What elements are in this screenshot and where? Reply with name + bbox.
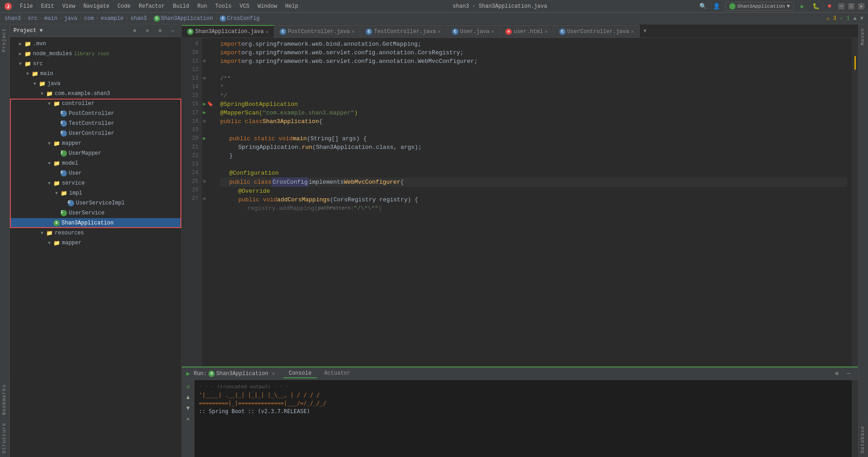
tab-user-controller[interactable]: C UserController.java ✕ [554,25,640,38]
run-tab-actuator[interactable]: Actuator [319,369,356,378]
tab-post-controller[interactable]: C PostController.java ✕ [274,25,360,38]
sidebar-label-maven[interactable]: Maven [859,24,868,49]
run-restart-icon[interactable]: ↺ [184,382,193,391]
tree-item-src[interactable]: ▼ 📁 src [10,59,181,69]
sidebar-label-project[interactable]: Project [0,24,9,56]
tree-item-model[interactable]: ▼ 📁 model [10,158,181,168]
tree-item-user-service-impl[interactable]: ▶ C UserServiceImpl [10,198,181,208]
stop-button[interactable]: ■ [825,1,835,11]
menu-code[interactable]: Code [114,2,134,10]
menu-vcs[interactable]: VCS [236,2,253,10]
tab-close-user[interactable]: ✕ [491,29,495,34]
menu-file[interactable]: File [16,2,37,10]
bookmark-16[interactable]: 🔖 [207,100,213,109]
sidebar-label-database[interactable]: Database [859,422,868,457]
folder-icon-model: 📁 [53,160,60,167]
options-icon[interactable]: ⚙ [155,26,165,36]
menu-navigate[interactable]: Navigate [80,2,113,10]
ok-count[interactable]: ✓ 1 [840,15,850,22]
tree-item-java[interactable]: ▼ 📁 java [10,79,181,89]
tab-close-test[interactable]: ✕ [438,29,441,34]
breadcrumb-shan3-2[interactable]: shan3 [131,15,147,22]
tree-item-controller[interactable]: ▼ 📁 controller [10,99,181,109]
menu-tools[interactable]: Tools [212,2,235,10]
tree-item-post-controller[interactable]: ▶ C PostController [10,109,181,119]
code-editor-text[interactable]: import org.springframework.web.bind.anno… [216,38,852,367]
tab-close-post[interactable]: ✕ [352,29,355,34]
tab-user-html[interactable]: H user.html ✕ [500,25,553,38]
breadcrumb-shan3[interactable]: shan3 [5,15,21,22]
tree-item-service[interactable]: ▼ 📁 service [10,178,181,188]
debug-button[interactable]: 🐛 [811,1,821,11]
tab-shan3application[interactable]: S Shan3Application.java ✕ [182,25,274,38]
run-scroll-down-icon[interactable]: ▼ [184,404,193,413]
tree-item-impl[interactable]: ▼ 📁 impl [10,188,181,198]
tab-user[interactable]: C User.java ✕ [447,25,500,38]
run-button[interactable]: ▶ [797,1,807,11]
run-panel-close-btn[interactable]: ✕ [272,370,275,377]
tab-close-user-ctrl[interactable]: ✕ [631,29,634,34]
run-config-selector[interactable]: Shan3Application ▼ [725,2,794,11]
maximize-button[interactable]: □ [848,3,854,10]
fold-line-18[interactable]: ⊖ [203,117,206,126]
run-tab-console[interactable]: Console [283,369,317,378]
tree-item-user-controller[interactable]: ▶ C UserController [10,129,181,138]
run-console-content[interactable]: · · · (truncated output) · · · '|____| .… [194,380,852,457]
run-more-icon[interactable]: » [184,414,193,424]
run-line-20[interactable]: ▶ [203,134,206,143]
close-button[interactable]: ✕ [858,3,864,10]
tab-test-controller[interactable]: C TestController.java ✕ [360,25,446,38]
breadcrumb-main[interactable]: main [44,15,57,22]
breadcrumb-src[interactable]: src [28,15,38,22]
more-tabs-button[interactable]: ▼ [640,28,650,34]
tree-item-com-example[interactable]: ▼ 📁 com.example.shan3 [10,89,181,99]
run-line-16[interactable]: ▶ [203,100,206,109]
menu-view[interactable]: View [59,2,79,10]
scroll-from-source-icon[interactable]: ⊕ [130,26,140,36]
warning-count[interactable]: ⚠ 3 [826,15,836,22]
breadcrumb-example[interactable]: example [101,15,123,22]
run-line-17[interactable]: ▶ [203,109,206,117]
tree-item-mvn[interactable]: ▶ 📁 .mvn [10,39,181,49]
search-icon[interactable]: 🔍 [698,1,708,11]
tree-item-user-mapper[interactable]: ▶ I UserMapper [10,148,181,158]
breadcrumb-java[interactable]: java [64,15,77,22]
tree-item-test-controller[interactable]: ▶ C TestController [10,119,181,129]
fold-line-13[interactable]: ⊖ [203,74,206,83]
profile-icon[interactable]: 👤 [712,1,722,11]
sidebar-label-structure[interactable]: Structure [0,419,9,457]
menu-help[interactable]: Help [282,2,302,10]
menu-edit[interactable]: Edit [38,2,58,10]
collapse-all-icon[interactable]: ≡ [142,26,152,36]
fold-line-27[interactable]: ⊖ [203,195,206,203]
nav-down-icon[interactable]: ▼ [860,15,863,22]
menu-refactor[interactable]: Refactor [135,2,169,10]
tree-item-mapper-resources[interactable]: ▼ 📁 mapper [10,238,181,248]
tree-item-shan3-application[interactable]: ▶ S Shan3Application [10,218,181,228]
tree-item-node-modules[interactable]: ▶ 📁 node_modules library root [10,49,181,59]
nav-up-icon[interactable]: ▲ [854,15,857,22]
minimize-button[interactable]: — [838,3,844,10]
menu-build[interactable]: Build [169,2,193,10]
run-settings-icon[interactable]: ⚙ [832,369,842,379]
menu-window[interactable]: Window [254,2,281,10]
fold-line-11[interactable]: ⊖ [203,57,206,66]
fold-line-25[interactable]: ⊖ [203,177,206,186]
tree-item-resources[interactable]: ▼ 📁 resources [10,228,181,238]
tree-item-user[interactable]: ▶ C User [10,168,181,178]
tree-item-mapper[interactable]: ▼ 📁 mapper [10,138,181,148]
sidebar-label-bookmarks[interactable]: Bookmarks [0,381,9,419]
breadcrumb-com[interactable]: com [84,15,94,22]
tree-item-main[interactable]: ▼ 📁 main [10,69,181,79]
run-panel-minimize[interactable]: — [844,369,854,379]
tab-close-html[interactable]: ✕ [545,29,548,34]
run-panel-run-icon[interactable]: ▶ [186,370,190,377]
breadcrumb-shan3app[interactable]: Shan3Application [161,15,213,22]
run-scroll-up-icon[interactable]: ▲ [184,393,193,402]
close-panel-icon[interactable]: — [168,26,178,36]
breadcrumb-crosconfig[interactable]: CrosConfig [227,15,259,22]
tree-item-user-service[interactable]: ▶ I UserService [10,208,181,218]
run-scrollbar[interactable] [852,380,858,457]
menu-run[interactable]: Run [193,2,211,10]
tab-close-shan3[interactable]: ✕ [265,29,269,35]
